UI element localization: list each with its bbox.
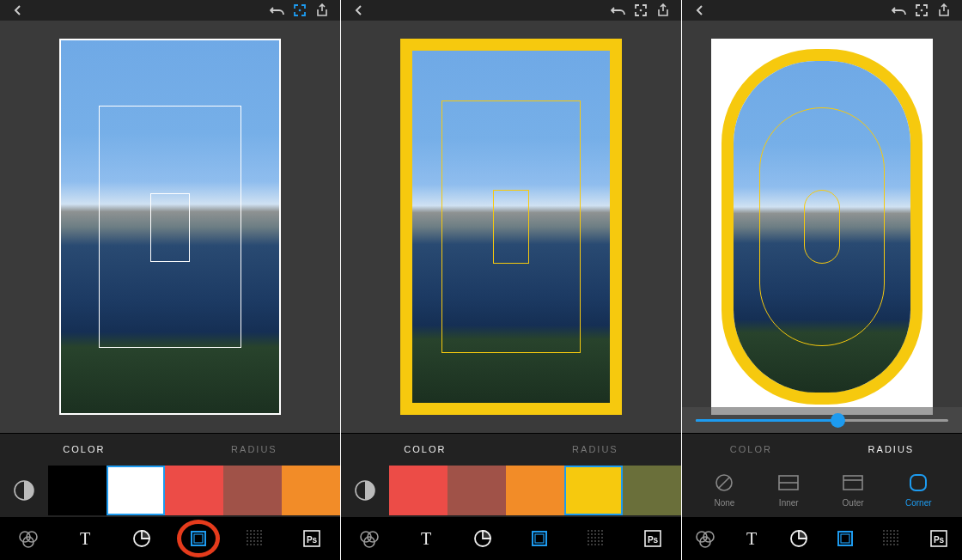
swatch[interactable]: [165, 466, 223, 515]
canvas[interactable]: [682, 21, 962, 433]
bottom-toolbar: T Ps: [0, 517, 340, 560]
radius-none[interactable]: None: [712, 471, 736, 508]
undo-button[interactable]: [266, 1, 289, 20]
svg-rect-9: [247, 530, 264, 547]
label: Inner: [779, 498, 799, 508]
text-icon[interactable]: T: [68, 521, 102, 556]
share-button[interactable]: [652, 1, 674, 20]
swatch[interactable]: [282, 466, 340, 515]
svg-text:T: T: [80, 530, 90, 547]
svg-point-26: [921, 9, 923, 12]
texture-icon[interactable]: [238, 521, 272, 556]
share-button[interactable]: [933, 1, 955, 20]
back-button[interactable]: [689, 1, 711, 20]
swatch[interactable]: [506, 466, 564, 515]
back-button[interactable]: [348, 1, 370, 20]
photo-preview: [59, 39, 281, 415]
corner-icon: [906, 471, 930, 495]
svg-rect-40: [883, 530, 900, 547]
tab-color[interactable]: COLOR: [730, 444, 772, 454]
tab-radius[interactable]: RADIUS: [572, 444, 618, 454]
svg-rect-8: [194, 534, 203, 543]
slider-thumb[interactable]: [831, 413, 845, 428]
fullscreen-button[interactable]: [630, 1, 652, 20]
swatch[interactable]: [448, 466, 506, 515]
swatch[interactable]: [564, 466, 623, 515]
color-swatches: [341, 464, 681, 517]
fullscreen-button[interactable]: [289, 1, 311, 20]
undo-button[interactable]: [607, 1, 630, 20]
tabs: COLOR RADIUS: [341, 433, 681, 464]
undo-button[interactable]: [888, 1, 910, 20]
svg-rect-30: [843, 476, 862, 490]
bottom-toolbar: T Ps: [682, 517, 962, 560]
photo-preview: [711, 39, 933, 415]
radius-inner[interactable]: Inner: [776, 471, 801, 508]
frame-icon[interactable]: [828, 521, 862, 556]
photoshop-icon[interactable]: Ps: [636, 521, 670, 556]
sticker-icon[interactable]: [782, 521, 816, 556]
filters-icon[interactable]: [352, 521, 387, 556]
slider-track[interactable]: [696, 419, 948, 422]
radius-options: None Inner Outer Corner: [682, 464, 962, 517]
svg-rect-21: [535, 534, 544, 543]
tabs: COLOR RADIUS: [0, 433, 340, 464]
sticker-icon[interactable]: [466, 521, 500, 556]
label: Corner: [905, 498, 932, 508]
svg-point-0: [299, 9, 301, 12]
outer-icon: [841, 471, 865, 495]
tab-radius[interactable]: RADIUS: [868, 444, 915, 454]
shade-picker-icon[interactable]: [348, 473, 382, 508]
filters-icon[interactable]: [11, 521, 46, 556]
fullscreen-button[interactable]: [910, 1, 933, 20]
back-button[interactable]: [7, 1, 29, 20]
label: None: [714, 498, 734, 508]
text-icon[interactable]: T: [734, 521, 769, 556]
swatch[interactable]: [223, 466, 282, 515]
sticker-icon[interactable]: [125, 521, 159, 556]
svg-text:T: T: [746, 530, 757, 547]
photoshop-icon[interactable]: Ps: [295, 521, 329, 556]
svg-rect-22: [588, 530, 605, 547]
swatch[interactable]: [389, 466, 448, 515]
swatch[interactable]: [48, 466, 107, 515]
radius-slider[interactable]: [682, 407, 962, 433]
radius-corner[interactable]: Corner: [905, 471, 932, 508]
radius-outer[interactable]: Outer: [841, 471, 865, 508]
photoshop-icon[interactable]: Ps: [922, 521, 956, 556]
color-swatches: [0, 464, 340, 517]
tab-color[interactable]: COLOR: [63, 444, 105, 454]
svg-text:T: T: [421, 530, 431, 547]
canvas[interactable]: [341, 21, 681, 433]
texture-icon[interactable]: [874, 521, 909, 556]
svg-rect-32: [910, 475, 926, 490]
share-button[interactable]: [311, 1, 333, 20]
shade-picker-icon[interactable]: [7, 473, 41, 508]
none-icon: [712, 471, 736, 495]
topbar: [0, 0, 340, 21]
screen-3: COLOR RADIUS None Inner Outer Corner: [682, 0, 962, 560]
screen-1: COLOR RADIUS T Ps: [0, 0, 340, 560]
text-icon[interactable]: T: [409, 521, 443, 556]
frame-icon[interactable]: [181, 521, 216, 556]
svg-point-13: [640, 9, 642, 12]
texture-icon[interactable]: [579, 521, 613, 556]
svg-text:Ps: Ps: [648, 535, 659, 545]
svg-rect-39: [841, 534, 849, 543]
filters-icon[interactable]: [688, 521, 722, 556]
swatch[interactable]: [107, 466, 165, 515]
canvas[interactable]: [0, 21, 340, 433]
inner-icon: [776, 471, 801, 495]
svg-text:Ps: Ps: [307, 535, 318, 545]
bottom-toolbar: T Ps: [341, 517, 681, 560]
photo-preview: [400, 39, 622, 415]
screen-2: COLOR RADIUS T Ps: [341, 0, 681, 560]
tab-color[interactable]: COLOR: [404, 444, 446, 454]
swatch[interactable]: [623, 466, 681, 515]
frame-icon[interactable]: [522, 521, 557, 556]
tabs: COLOR RADIUS: [682, 433, 962, 464]
tab-radius[interactable]: RADIUS: [231, 444, 277, 454]
topbar: [682, 0, 962, 21]
svg-text:Ps: Ps: [934, 535, 945, 545]
label: Outer: [843, 498, 864, 508]
